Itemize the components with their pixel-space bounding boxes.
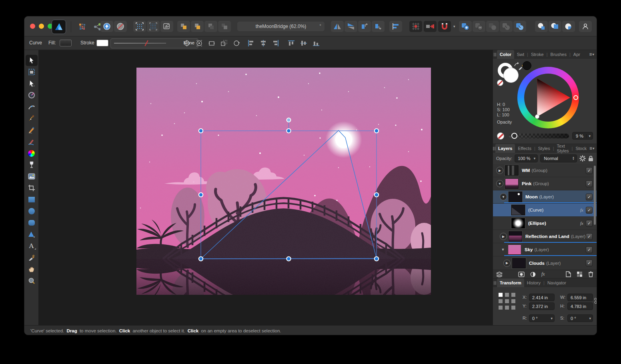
opacity-none-icon[interactable] (497, 132, 504, 140)
saturation-triangle[interactable] (517, 67, 579, 128)
insert-inside-button[interactable] (549, 21, 561, 32)
move-to-front-button[interactable] (177, 21, 190, 32)
layer-thumbnail[interactable] (511, 205, 525, 215)
delete-layer-icon[interactable] (588, 271, 593, 277)
flip-horizontal-button[interactable] (331, 21, 344, 32)
snapping-options-caret[interactable]: ▾ (453, 24, 455, 28)
hide-selection-toggle[interactable] (194, 38, 204, 48)
transform-separately-toggle[interactable] (218, 38, 229, 48)
tab-effects[interactable]: Effects (515, 144, 534, 153)
tab-stroke[interactable]: Stroke (528, 50, 547, 59)
fill-tool[interactable] (26, 148, 38, 159)
view-tool[interactable] (26, 264, 38, 275)
hue-marker[interactable] (573, 95, 578, 100)
tab-appearance[interactable]: Apr (571, 50, 583, 59)
opacity-value-box[interactable]: 9 % ▾ (572, 132, 593, 140)
layer-thumbnail[interactable] (511, 218, 525, 228)
expand-right-icon[interactable]: ▶ (500, 233, 507, 240)
artboard-tool[interactable] (26, 66, 38, 78)
layer-settings-gear-icon[interactable] (579, 155, 586, 162)
x-input[interactable]: 2.414 in (529, 294, 555, 301)
align-middle-button[interactable] (298, 38, 309, 48)
expand-right-icon[interactable]: ▶ (496, 167, 503, 174)
tab-stock[interactable]: Stock (573, 144, 589, 153)
w-input[interactable]: 6.559 in (567, 294, 593, 301)
y-input[interactable]: 2.372 in (529, 302, 555, 310)
collapse-down-icon[interactable]: ▼ (500, 246, 506, 253)
new-layer-icon[interactable] (566, 271, 571, 277)
tab-navigator[interactable]: Navigator (545, 278, 569, 287)
color-panel-menu-button[interactable]: ≡▾ (589, 50, 597, 59)
flip-vertical-button[interactable] (345, 21, 357, 32)
anchor-point-selector[interactable] (499, 293, 517, 311)
layer-row-clouds[interactable]: ▶ Clouds (Layer) ✓ (493, 256, 597, 270)
boolean-intersect-button[interactable] (486, 21, 499, 32)
tab-layers[interactable]: Layers (495, 144, 515, 153)
alignment-button[interactable] (389, 21, 402, 32)
show-grid-button[interactable] (133, 21, 146, 32)
no-color-well[interactable] (497, 80, 503, 86)
layer-thumbnail[interactable] (508, 244, 521, 255)
layers-opacity-dropdown[interactable]: 100 %▾ (515, 154, 538, 162)
layer-visibility-checkbox[interactable]: ✓ (586, 260, 593, 266)
new-pixel-layer-icon[interactable] (577, 271, 583, 277)
layers-scrollbar[interactable] (594, 166, 596, 225)
cycle-selection-box-button[interactable] (231, 38, 242, 48)
move-backward-button[interactable] (204, 21, 217, 32)
move-forward-button[interactable] (191, 21, 204, 32)
vector-brush-tool[interactable] (26, 136, 38, 147)
pixel-persona-button[interactable] (76, 21, 89, 32)
zoom-tool[interactable] (26, 275, 38, 286)
layer-row-pink[interactable]: ▼ Pink (Group) ✓ (493, 177, 597, 190)
boolean-subtract-button[interactable] (473, 21, 485, 32)
layer-visibility-checkbox[interactable]: ✓ (586, 180, 593, 187)
canvas-viewport[interactable] (38, 50, 493, 325)
collapse-down-icon[interactable]: ▼ (500, 193, 507, 200)
my-account-button[interactable] (579, 21, 592, 32)
insert-on-top-button[interactable] (562, 21, 575, 32)
stroke-swatch[interactable] (96, 40, 108, 46)
move-tool[interactable] (26, 55, 38, 66)
text-tool[interactable]: A (26, 240, 38, 252)
color-picker-tool[interactable] (26, 252, 38, 263)
pen-tool[interactable] (26, 113, 38, 124)
tab-brushes[interactable]: Brushes (548, 50, 569, 59)
lock-layer-icon[interactable] (588, 156, 593, 162)
snap-move-button[interactable] (424, 21, 437, 32)
layer-visibility-checkbox[interactable]: ✓ (586, 233, 593, 240)
layer-visibility-checkbox[interactable]: ✓ (586, 207, 593, 214)
boolean-xor-button[interactable] (500, 21, 513, 32)
color-wheel[interactable] (517, 67, 579, 128)
insert-behind-button[interactable] (535, 21, 548, 32)
layer-thumbnail[interactable] (512, 258, 526, 268)
layer-visibility-checkbox[interactable]: ✓ (586, 220, 593, 227)
upgrade-badge-button[interactable] (100, 21, 113, 32)
rotate-ccw-button[interactable] (358, 21, 371, 32)
move-to-back-button[interactable] (218, 21, 231, 32)
shear-input[interactable]: 0 °▾ (567, 314, 593, 322)
disabled-badge-button[interactable] (114, 21, 127, 32)
pencil-tool[interactable] (26, 124, 38, 136)
corner-tool[interactable] (26, 101, 38, 112)
fx-indicator[interactable]: fx (580, 208, 583, 212)
slice-view-button[interactable] (160, 21, 173, 32)
opacity-slider-handle[interactable] (511, 133, 517, 139)
h-input[interactable]: 4.783 in (567, 302, 593, 310)
transform-origin-toggle[interactable] (181, 38, 192, 48)
rotation-input[interactable]: 0 °▾ (529, 314, 555, 322)
opacity-caret-icon[interactable]: ▾ (586, 134, 593, 138)
snap-grid-button[interactable] (409, 21, 422, 32)
tab-swatches[interactable]: Swt (514, 50, 527, 59)
layer-row-ellipse[interactable]: (Ellipse) fx ✓ (493, 217, 597, 230)
layer-row-moon[interactable]: ▼ Moon (Layer) ✓ (493, 190, 597, 204)
layer-thumbnail[interactable] (509, 231, 522, 242)
layer-thumbnail[interactable] (505, 178, 519, 189)
place-image-tool[interactable] (26, 171, 38, 182)
layer-visibility-checkbox[interactable]: ✓ (586, 194, 593, 200)
rotate-cw-button[interactable] (372, 21, 385, 32)
tab-color[interactable]: Color (497, 50, 514, 59)
expand-right-icon[interactable]: ▶ (503, 260, 511, 267)
panel-grip-icon[interactable] (493, 50, 497, 59)
minimize-window-button[interactable] (39, 24, 44, 29)
layer-visibility-checkbox[interactable]: ✓ (586, 167, 593, 174)
